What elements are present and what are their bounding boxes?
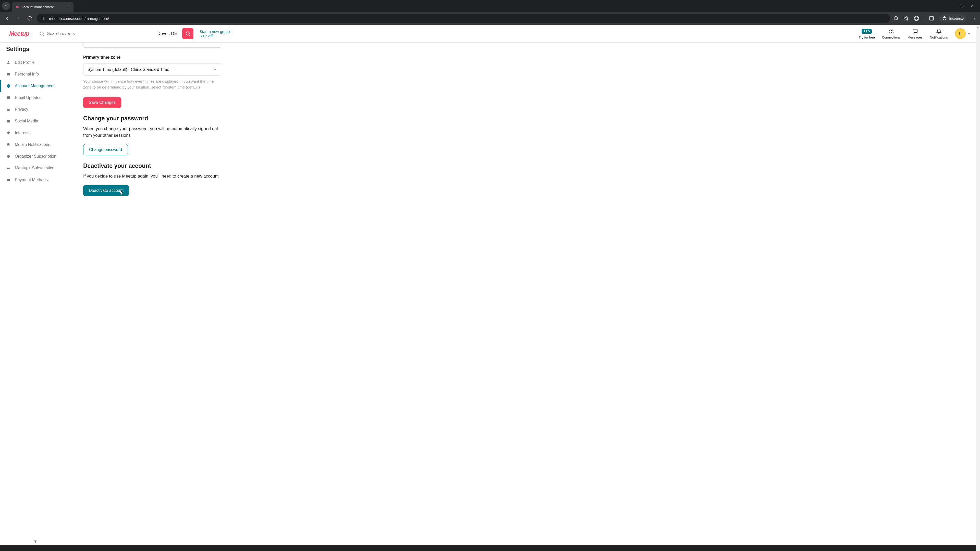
svg-point-25 [891, 30, 893, 31]
search-page-button[interactable] [893, 16, 899, 21]
sidebar-item-label: Account Management [15, 84, 55, 88]
maximize-icon [961, 4, 964, 7]
svg-point-33 [7, 155, 10, 158]
try-pro-button[interactable]: PRO Try for free [859, 28, 875, 39]
svg-marker-14 [904, 16, 908, 21]
svg-point-12 [894, 17, 897, 20]
password-heading: Change your password [83, 115, 288, 122]
side-panel-button[interactable] [929, 16, 934, 21]
svg-line-21 [43, 35, 44, 36]
back-button[interactable] [3, 14, 11, 22]
timezone-select-wrap: System Time (default) - China Standard T… [83, 64, 221, 76]
minimize-button[interactable] [950, 3, 955, 8]
site-settings-button[interactable] [41, 16, 46, 21]
user-menu-button[interactable]: L [955, 28, 971, 39]
sidebar-item-account-management[interactable]: Account Management [0, 80, 71, 92]
mail-icon [6, 95, 11, 100]
url-text: meetup.com/account/management/ [49, 16, 109, 21]
reload-icon [27, 16, 32, 21]
search-events-input[interactable] [47, 31, 148, 36]
svg-point-19 [974, 19, 974, 20]
search-container: Dover, DE [35, 28, 193, 39]
svg-rect-15 [930, 17, 934, 21]
incognito-label: Incognito [949, 16, 964, 21]
sidebar-item-edit-profile[interactable]: Edit Profile [0, 57, 71, 68]
deactivate-account-button[interactable]: Deactivate account [83, 185, 129, 196]
search-button[interactable] [182, 28, 193, 39]
toolbar-divider [924, 15, 924, 21]
window-controls [950, 3, 978, 8]
avatar: L [955, 28, 966, 39]
text-input[interactable] [83, 43, 221, 48]
sidebar-item-organizer-subscription[interactable]: Organizer Subscription [0, 151, 71, 162]
notifications-label: Notifications [930, 35, 948, 39]
meetup-logo[interactable]: Meetup [9, 30, 29, 37]
svg-line-13 [897, 19, 898, 21]
settings-sidebar: Settings Edit Profile Personal Info Acco… [0, 43, 71, 545]
tab-close-button[interactable] [66, 5, 70, 9]
browser-chrome: m Account management + [0, 0, 980, 25]
incognito-badge[interactable]: Incognito [939, 14, 967, 22]
panel-icon [929, 16, 934, 21]
change-password-button[interactable]: Change password [83, 144, 128, 156]
address-bar: meetup.com/account/management/ Incognito [0, 12, 980, 25]
forward-button[interactable] [14, 14, 22, 22]
save-changes-button[interactable]: Save Changes [83, 97, 121, 108]
svg-rect-34 [6, 179, 10, 181]
meetup-icon: m [6, 166, 11, 170]
minimize-icon [950, 4, 954, 8]
kebab-icon [972, 16, 977, 21]
deactivate-section: Deactivate your account If you decide to… [83, 162, 288, 196]
browser-tab[interactable]: m Account management [12, 2, 73, 12]
bell-icon [6, 142, 11, 147]
sidebar-item-label: Meetup+ Subscription [15, 166, 54, 170]
sidebar-item-meetup-plus-subscription[interactable]: m Meetup+ Subscription [0, 162, 71, 174]
sidebar-item-label: Mobile Notifications [15, 142, 50, 147]
scroll-up-icon: ▲ [976, 25, 980, 29]
close-icon [67, 5, 70, 8]
sidebar-item-payment-methods[interactable]: Payment Methods [0, 174, 71, 186]
tab-search-button[interactable] [2, 2, 10, 10]
sidebar-item-label: Social Media [15, 119, 38, 124]
url-bar[interactable]: meetup.com/account/management/ [37, 14, 890, 23]
new-tab-button[interactable]: + [76, 2, 83, 10]
sidebar-item-personal-info[interactable]: Personal Info [0, 68, 71, 80]
sidebar-item-label: Personal Info [15, 72, 39, 76]
page-scrollbar[interactable]: ▲ [976, 25, 980, 551]
tune-icon [41, 16, 45, 21]
sidebar-item-mobile-notifications[interactable]: Mobile Notifications [0, 139, 71, 151]
sidebar-title: Settings [0, 46, 71, 57]
timezone-select[interactable]: System Time (default) - China Standard T… [83, 64, 221, 76]
password-section: Change your password When you change you… [83, 115, 288, 156]
header-right: PRO Try for free Connections Messages N [859, 28, 971, 39]
timezone-label: Primary time zone [83, 55, 288, 60]
svg-marker-32 [6, 131, 10, 135]
deactivate-heading: Deactivate your account [83, 162, 288, 169]
page-footer [0, 545, 980, 551]
window-close-button[interactable] [970, 3, 975, 8]
sidebar-item-email-updates[interactable]: Email Updates [0, 92, 71, 103]
star-icon [6, 130, 11, 135]
share-icon [6, 119, 11, 124]
search-icon [185, 31, 190, 36]
connections-button[interactable]: Connections [882, 28, 900, 39]
sidebar-item-interests[interactable]: Interests [0, 127, 71, 139]
svg-rect-31 [7, 120, 10, 123]
site-header: Meetup Dover, DE Start a new group - 30%… [0, 25, 980, 43]
notifications-button[interactable]: Notifications [930, 28, 948, 39]
bookmark-button[interactable] [904, 16, 909, 21]
start-group-link[interactable]: Start a new group - 30% off! [200, 29, 235, 38]
location-selector[interactable]: Dover, DE [152, 31, 182, 36]
maximize-button[interactable] [959, 3, 965, 8]
chevron-down-icon [4, 4, 8, 8]
main-panel: Primary time zone System Time (default) … [71, 43, 301, 545]
tab-bar: m Account management + [0, 0, 980, 12]
extensions-button[interactable] [914, 16, 919, 21]
browser-menu-button[interactable] [971, 16, 977, 21]
sidebar-item-privacy[interactable]: Privacy [0, 103, 71, 115]
person-icon [6, 60, 11, 65]
sidebar-item-social-media[interactable]: Social Media [0, 115, 71, 127]
svg-point-24 [889, 30, 891, 31]
reload-button[interactable] [25, 14, 34, 22]
messages-button[interactable]: Messages [907, 28, 923, 39]
